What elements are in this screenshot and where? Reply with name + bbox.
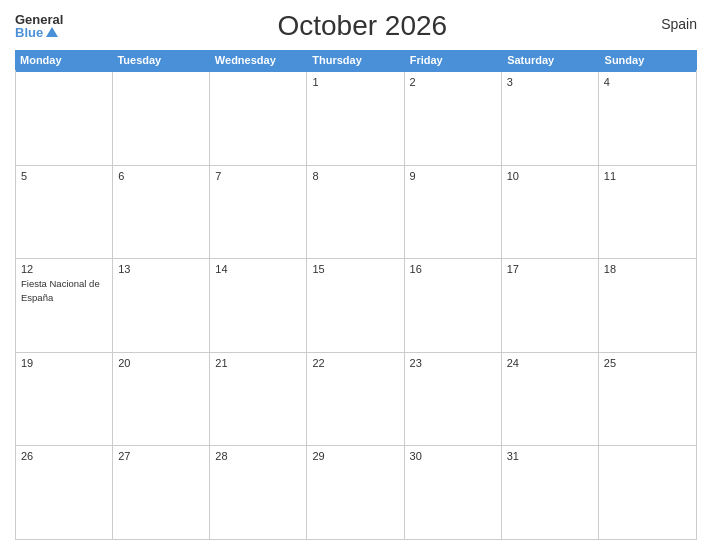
calendar-cell: 2 [405, 72, 502, 165]
header-wednesday: Wednesday [210, 50, 307, 70]
calendar-cell [210, 72, 307, 165]
day-number: 7 [215, 170, 301, 182]
calendar-cell: 23 [405, 353, 502, 446]
calendar-cell [16, 72, 113, 165]
calendar-cell: 6 [113, 166, 210, 259]
header-sunday: Sunday [600, 50, 697, 70]
calendar-cell: 26 [16, 446, 113, 539]
calendar-cell: 31 [502, 446, 599, 539]
day-number: 23 [410, 357, 496, 369]
day-number: 30 [410, 450, 496, 462]
day-number: 20 [118, 357, 204, 369]
calendar-cell: 28 [210, 446, 307, 539]
day-number: 4 [604, 76, 691, 88]
day-number: 22 [312, 357, 398, 369]
calendar-cell: 16 [405, 259, 502, 352]
calendar-cell: 12Fiesta Nacional de España [16, 259, 113, 352]
calendar-cell: 29 [307, 446, 404, 539]
calendar-cell: 8 [307, 166, 404, 259]
calendar-page: General Blue October 2026 Spain Monday T… [0, 0, 712, 550]
page-title: October 2026 [277, 10, 447, 42]
day-number: 14 [215, 263, 301, 275]
calendar-cell: 27 [113, 446, 210, 539]
calendar-cell: 19 [16, 353, 113, 446]
day-number: 25 [604, 357, 691, 369]
calendar-cell: 1 [307, 72, 404, 165]
header-thursday: Thursday [307, 50, 404, 70]
calendar-cell: 18 [599, 259, 696, 352]
calendar-week-3: 12Fiesta Nacional de España131415161718 [16, 258, 696, 352]
day-number: 9 [410, 170, 496, 182]
header-tuesday: Tuesday [112, 50, 209, 70]
day-number: 21 [215, 357, 301, 369]
day-number: 26 [21, 450, 107, 462]
calendar-cell: 21 [210, 353, 307, 446]
logo-blue-text: Blue [15, 26, 63, 39]
day-number: 8 [312, 170, 398, 182]
day-number: 13 [118, 263, 204, 275]
page-header: General Blue October 2026 Spain [15, 10, 697, 42]
calendar-cell: 30 [405, 446, 502, 539]
header-friday: Friday [405, 50, 502, 70]
day-number: 2 [410, 76, 496, 88]
calendar-cell [113, 72, 210, 165]
day-number: 12 [21, 263, 107, 275]
header-monday: Monday [15, 50, 112, 70]
event-label: Fiesta Nacional de España [21, 278, 100, 302]
header-saturday: Saturday [502, 50, 599, 70]
country-label: Spain [661, 16, 697, 32]
calendar: Monday Tuesday Wednesday Thursday Friday… [15, 50, 697, 540]
day-number: 18 [604, 263, 691, 275]
calendar-week-1: 1234 [16, 70, 696, 165]
day-number: 10 [507, 170, 593, 182]
calendar-week-2: 567891011 [16, 165, 696, 259]
calendar-cell: 4 [599, 72, 696, 165]
day-number: 28 [215, 450, 301, 462]
day-number: 31 [507, 450, 593, 462]
calendar-cell: 17 [502, 259, 599, 352]
calendar-cell [599, 446, 696, 539]
calendar-cell: 24 [502, 353, 599, 446]
calendar-cell: 7 [210, 166, 307, 259]
logo: General Blue [15, 13, 63, 39]
day-number: 6 [118, 170, 204, 182]
day-number: 5 [21, 170, 107, 182]
calendar-cell: 25 [599, 353, 696, 446]
day-number: 3 [507, 76, 593, 88]
calendar-week-5: 262728293031 [16, 445, 696, 539]
calendar-cell: 20 [113, 353, 210, 446]
day-number: 15 [312, 263, 398, 275]
calendar-week-4: 19202122232425 [16, 352, 696, 446]
calendar-cell: 13 [113, 259, 210, 352]
calendar-header: Monday Tuesday Wednesday Thursday Friday… [15, 50, 697, 70]
day-number: 1 [312, 76, 398, 88]
day-number: 24 [507, 357, 593, 369]
calendar-cell: 5 [16, 166, 113, 259]
logo-triangle-icon [46, 27, 58, 37]
calendar-body: 123456789101112Fiesta Nacional de España… [15, 70, 697, 540]
calendar-cell: 22 [307, 353, 404, 446]
calendar-cell: 3 [502, 72, 599, 165]
day-number: 11 [604, 170, 691, 182]
calendar-cell: 11 [599, 166, 696, 259]
calendar-cell: 15 [307, 259, 404, 352]
calendar-cell: 14 [210, 259, 307, 352]
day-number: 17 [507, 263, 593, 275]
day-number: 16 [410, 263, 496, 275]
day-number: 27 [118, 450, 204, 462]
day-number: 19 [21, 357, 107, 369]
calendar-cell: 9 [405, 166, 502, 259]
calendar-cell: 10 [502, 166, 599, 259]
day-number: 29 [312, 450, 398, 462]
